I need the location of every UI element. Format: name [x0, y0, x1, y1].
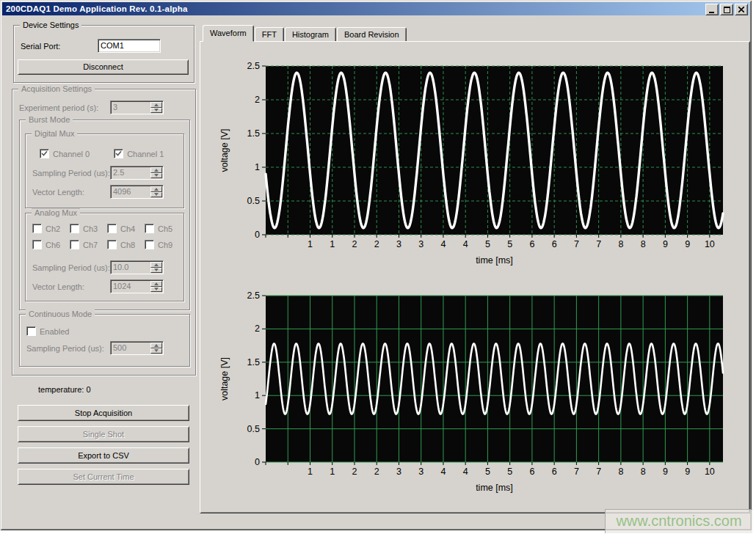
- minimize-button[interactable]: [705, 4, 719, 15]
- checkbox-ch7-box[interactable]: [70, 240, 79, 249]
- x-tick-label: 8: [618, 239, 623, 249]
- y-tick-label: 1.5: [247, 128, 260, 139]
- digital-vector-length-spinner[interactable]: 4096: [110, 185, 164, 199]
- device-settings-legend: Device Settings: [20, 21, 81, 29]
- x-tick-label: 3: [418, 467, 424, 477]
- y-tick-label: 2: [255, 323, 260, 334]
- arrow-down-icon: [154, 174, 159, 177]
- app-window: 200CDAQ1 Demo Application Rev. 0.1-alpha…: [0, 0, 752, 530]
- x-tick-label: 5: [485, 467, 490, 477]
- x-tick-label: 6: [552, 239, 557, 249]
- spin-down-button[interactable]: [150, 108, 162, 114]
- checkbox-channel-0[interactable]: Channel 0: [40, 149, 90, 158]
- checkbox-ch9-box[interactable]: [145, 240, 154, 249]
- checkbox-ch4-box[interactable]: [107, 224, 117, 233]
- disconnect-button[interactable]: Disconnect: [18, 59, 189, 75]
- stop-acquisition-button[interactable]: Stop Acquisition: [18, 405, 189, 421]
- checkbox-continuous-enabled-box[interactable]: [26, 326, 36, 336]
- y-axis-label: voltage [V]: [219, 357, 230, 400]
- x-tick-label: 4: [463, 467, 468, 477]
- x-tick-label: 6: [529, 467, 534, 477]
- checkbox-continuous-enabled[interactable]: Enabled: [26, 326, 69, 336]
- y-axis-label: voltage [V]: [219, 128, 230, 172]
- checkbox-ch8-box[interactable]: [107, 240, 117, 249]
- serial-port-input[interactable]: COM1: [98, 39, 161, 53]
- arrow-down-icon: [154, 349, 159, 352]
- x-tick-label: 7: [596, 239, 601, 249]
- digital-vector-length-value: 4096: [111, 186, 150, 198]
- arrow-up-icon: [154, 263, 159, 266]
- y-tick-label: 0.5: [247, 424, 260, 434]
- title-bar[interactable]: 200CDAQ1 Demo Application Rev. 0.1-alpha: [2, 2, 749, 15]
- experiment-period-value: 3: [111, 101, 150, 114]
- x-tick-label: 1: [308, 239, 313, 249]
- x-tick-label: 1: [330, 467, 335, 477]
- spin-up-button[interactable]: [150, 102, 162, 108]
- checkbox-ch6[interactable]: Ch6: [32, 240, 70, 249]
- digital-sampling-period-spinner[interactable]: 2.5: [110, 166, 164, 180]
- checkbox-ch5-box[interactable]: [145, 224, 154, 233]
- single-shot-button: Single Shot: [18, 426, 189, 442]
- checkbox-ch3-box[interactable]: [70, 224, 79, 233]
- spin-up-button[interactable]: [150, 186, 162, 192]
- maximize-icon: [724, 7, 730, 13]
- x-tick-label: 7: [574, 467, 579, 477]
- checkbox-ch8[interactable]: Ch8: [107, 240, 145, 249]
- x-tick-label: 6: [529, 239, 534, 249]
- checkbox-ch9[interactable]: Ch9: [145, 240, 182, 249]
- maximize-button[interactable]: [720, 4, 733, 15]
- spin-up-button[interactable]: [150, 343, 162, 348]
- checkbox-continuous-enabled-label: Enabled: [40, 327, 69, 336]
- analog-vector-length-spinner[interactable]: 1024: [110, 279, 164, 293]
- tab-histogram[interactable]: Histogram: [285, 27, 336, 42]
- checkbox-ch5[interactable]: Ch5: [145, 224, 182, 233]
- y-tick-label: 0: [255, 457, 260, 467]
- tab-waveform[interactable]: Waveform: [203, 25, 254, 42]
- spin-down-button[interactable]: [150, 173, 162, 179]
- continuous-sampling-period-spinner[interactable]: 500: [110, 341, 164, 355]
- arrow-down-icon: [154, 109, 159, 111]
- checkbox-ch7[interactable]: Ch7: [70, 240, 107, 249]
- spin-down-button[interactable]: [150, 192, 162, 198]
- checkbox-ch6-box[interactable]: [32, 240, 42, 249]
- digital-mux-legend: Digital Mux: [32, 129, 77, 138]
- spin-down-button[interactable]: [150, 348, 162, 354]
- checkbox-channel-1-box[interactable]: [114, 149, 123, 158]
- y-tick-label: 1: [255, 390, 260, 400]
- analog-channel-checkboxes: Ch2Ch3Ch4Ch5Ch6Ch7Ch8Ch9: [32, 224, 182, 249]
- x-tick-label: 10: [705, 239, 715, 249]
- checkbox-ch3[interactable]: Ch3: [70, 224, 107, 233]
- spin-up-button[interactable]: [150, 281, 162, 287]
- analog-sampling-period-spinner[interactable]: 10.0: [110, 260, 164, 274]
- checkbox-ch2-box[interactable]: [32, 224, 42, 233]
- arrow-up-icon: [154, 188, 159, 191]
- checkbox-ch2[interactable]: Ch2: [32, 224, 70, 233]
- experiment-period-spinner[interactable]: 3: [110, 100, 164, 114]
- checkbox-ch4[interactable]: Ch4: [107, 224, 145, 233]
- checkbox-channel-0-box[interactable]: [40, 149, 49, 158]
- arrow-down-icon: [154, 288, 159, 290]
- analog-vector-length-label: Vector Length:: [32, 282, 84, 291]
- x-tick-label: 4: [463, 239, 468, 249]
- window-title: 200CDAQ1 Demo Application Rev. 0.1-alpha: [2, 4, 188, 13]
- y-tick-label: 0.5: [247, 196, 260, 206]
- tab-board-revision[interactable]: Board Revision: [337, 27, 407, 42]
- spinner-buttons: [150, 102, 162, 113]
- spin-up-button[interactable]: [150, 167, 162, 173]
- arrow-down-icon: [154, 268, 159, 271]
- temperature-label: temperature: 0: [38, 385, 91, 394]
- tab-fft[interactable]: FFT: [255, 27, 284, 42]
- checkbox-channel-1[interactable]: Channel 1: [114, 149, 164, 158]
- analog-mux-legend: Analog Mux: [32, 208, 80, 217]
- arrow-up-icon: [154, 169, 159, 172]
- spin-up-button[interactable]: [150, 262, 162, 268]
- tab-strip: WaveformFFTHistogramBoard Revision: [203, 26, 407, 42]
- x-axis-label: time [ms]: [476, 255, 513, 266]
- close-button[interactable]: [735, 4, 748, 15]
- spin-down-button[interactable]: [150, 268, 162, 274]
- digital-sampling-period-label: Sampling Period (us):: [32, 169, 110, 178]
- experiment-period-label: Experiment period (s):: [19, 103, 98, 112]
- export-to-csv-button[interactable]: Export to CSV: [18, 447, 189, 464]
- y-tick-label: 1.5: [247, 357, 260, 367]
- spin-down-button[interactable]: [150, 287, 162, 293]
